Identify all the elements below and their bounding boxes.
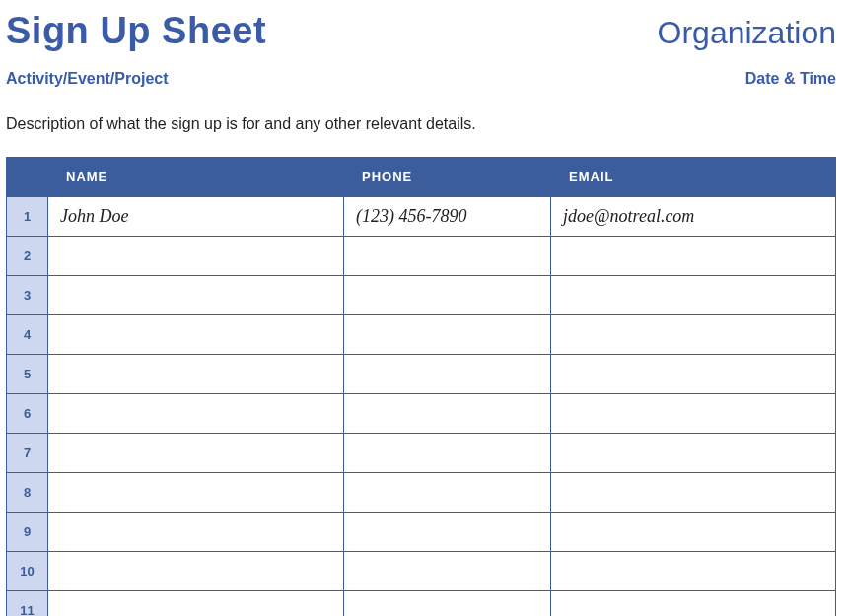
table-row: 7 [7, 434, 836, 473]
cell-email[interactable] [551, 473, 836, 513]
row-number: 2 [7, 237, 48, 276]
cell-phone[interactable] [344, 552, 551, 591]
cell-email[interactable] [551, 355, 836, 394]
cell-name[interactable] [48, 591, 344, 617]
cell-email[interactable]: jdoe@notreal.com [551, 197, 836, 237]
cell-name[interactable] [48, 355, 344, 394]
cell-phone[interactable] [344, 394, 551, 434]
row-number: 6 [7, 394, 48, 434]
cell-phone[interactable] [344, 434, 551, 473]
cell-phone[interactable] [344, 315, 551, 355]
row-number: 8 [7, 473, 48, 513]
table-row: 5 [7, 355, 836, 394]
cell-name[interactable] [48, 237, 344, 276]
page-title: Sign Up Sheet [6, 10, 266, 52]
cell-phone[interactable]: (123) 456-7890 [344, 197, 551, 237]
organization-label: Organization [658, 15, 836, 51]
cell-email[interactable] [551, 315, 836, 355]
cell-name[interactable] [48, 434, 344, 473]
col-header-name: NAME [48, 158, 344, 197]
row-number: 1 [7, 197, 48, 237]
row-number: 3 [7, 276, 48, 315]
table-row: 6 [7, 394, 836, 434]
cell-email[interactable] [551, 434, 836, 473]
row-number: 11 [7, 591, 48, 617]
table-row: 10 [7, 552, 836, 591]
cell-name[interactable] [48, 552, 344, 591]
table-row: 11 [7, 591, 836, 617]
cell-email[interactable] [551, 552, 836, 591]
cell-name[interactable] [48, 315, 344, 355]
row-number: 7 [7, 434, 48, 473]
cell-name[interactable]: John Doe [48, 197, 344, 237]
cell-phone[interactable] [344, 473, 551, 513]
row-number: 4 [7, 315, 48, 355]
cell-phone[interactable] [344, 237, 551, 276]
cell-email[interactable] [551, 237, 836, 276]
cell-email[interactable] [551, 276, 836, 315]
cell-phone[interactable] [344, 591, 551, 617]
cell-email[interactable] [551, 513, 836, 552]
col-header-phone: PHONE [344, 158, 551, 197]
table-row: 1 John Doe (123) 456-7890 jdoe@notreal.c… [7, 197, 836, 237]
row-number: 9 [7, 513, 48, 552]
datetime-label: Date & Time [745, 70, 836, 88]
cell-name[interactable] [48, 394, 344, 434]
table-row: 2 [7, 237, 836, 276]
cell-phone[interactable] [344, 513, 551, 552]
table-row: 4 [7, 315, 836, 355]
cell-name[interactable] [48, 276, 344, 315]
table-row: 9 [7, 513, 836, 552]
cell-name[interactable] [48, 513, 344, 552]
cell-email[interactable] [551, 394, 836, 434]
cell-email[interactable] [551, 591, 836, 617]
col-header-number [7, 158, 48, 197]
table-row: 3 [7, 276, 836, 315]
row-number: 5 [7, 355, 48, 394]
col-header-email: EMAIL [551, 158, 836, 197]
signup-table: NAME PHONE EMAIL 1 John Doe (123) 456-78… [6, 157, 836, 616]
table-header-row: NAME PHONE EMAIL [7, 158, 836, 197]
cell-phone[interactable] [344, 355, 551, 394]
activity-label: Activity/Event/Project [6, 70, 169, 88]
row-number: 10 [7, 552, 48, 591]
table-row: 8 [7, 473, 836, 513]
description-text: Description of what the sign up is for a… [6, 115, 836, 133]
cell-phone[interactable] [344, 276, 551, 315]
cell-name[interactable] [48, 473, 344, 513]
